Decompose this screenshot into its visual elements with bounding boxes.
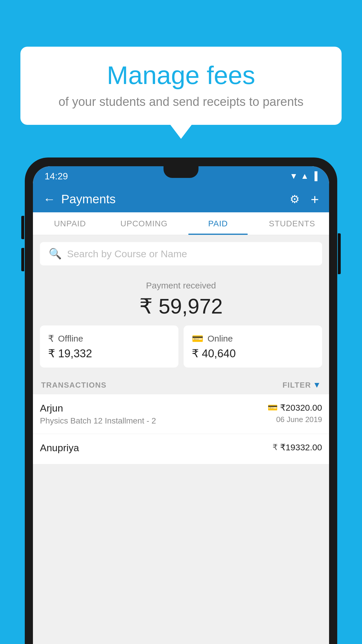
phone-screen: 14:29 ▼ ▲ ▐ ← Payments ⚙ + UNPAID UPCOMI… bbox=[33, 166, 329, 644]
main-title: Manage fees bbox=[38, 61, 324, 90]
transactions-list: Arjun Physics Batch 12 Installment - 2 💳… bbox=[33, 394, 329, 464]
online-payment-card: 💳 Online ₹ 40,640 bbox=[184, 326, 322, 368]
transaction-card-icon: 💳 bbox=[268, 403, 278, 412]
tab-unpaid[interactable]: UNPAID bbox=[33, 212, 107, 235]
offline-label: Offline bbox=[58, 334, 83, 344]
status-time: 14:29 bbox=[45, 171, 68, 182]
phone-side-button-vol-up bbox=[21, 216, 24, 239]
tab-paid[interactable]: PAID bbox=[181, 212, 255, 235]
transaction-amount: ₹19332.00 bbox=[280, 442, 322, 452]
filter-control[interactable]: FILTER ▼ bbox=[282, 380, 321, 390]
transactions-header: TRANSACTIONS FILTER ▼ bbox=[40, 374, 322, 394]
transaction-left-arjun: Arjun Physics Batch 12 Installment - 2 bbox=[40, 402, 156, 426]
transaction-right-anupriya: ₹ ₹19332.00 bbox=[273, 442, 322, 455]
table-row[interactable]: Anupriya ₹ ₹19332.00 bbox=[33, 434, 329, 464]
search-input[interactable]: Search by Course or Name bbox=[67, 248, 187, 260]
add-button[interactable]: + bbox=[311, 191, 319, 207]
tab-upcoming[interactable]: UPCOMING bbox=[107, 212, 181, 235]
transaction-right-arjun: 💳 ₹20320.00 06 June 2019 bbox=[268, 402, 322, 424]
transaction-name: Arjun bbox=[40, 402, 156, 414]
search-bar[interactable]: 🔍 Search by Course or Name bbox=[40, 242, 322, 265]
payment-received-label: Payment received bbox=[40, 281, 322, 290]
payment-cards-row: ₹ Offline ₹ 19,332 💳 Online ₹ 40,640 bbox=[40, 326, 322, 374]
wifi-icon: ▼ bbox=[290, 172, 298, 181]
phone-side-button-power bbox=[338, 233, 341, 274]
sub-title: of your students and send receipts to pa… bbox=[38, 95, 324, 109]
phone-notch bbox=[164, 166, 198, 178]
filter-icon: ▼ bbox=[313, 380, 321, 390]
transactions-label: TRANSACTIONS bbox=[41, 381, 107, 390]
filter-label: FILTER bbox=[282, 381, 311, 390]
transaction-name: Anupriya bbox=[40, 442, 79, 454]
content-area: 🔍 Search by Course or Name Payment recei… bbox=[33, 235, 329, 394]
speech-bubble: Manage fees of your students and send re… bbox=[20, 47, 342, 125]
speech-bubble-container: Manage fees of your students and send re… bbox=[20, 47, 342, 125]
tab-students[interactable]: STUDENTS bbox=[255, 212, 329, 235]
online-label: Online bbox=[208, 334, 233, 344]
page-title: Payments bbox=[61, 192, 284, 206]
offline-icon: ₹ bbox=[48, 333, 54, 344]
transaction-left-anupriya: Anupriya bbox=[40, 442, 79, 456]
battery-icon: ▐ bbox=[312, 172, 317, 181]
offline-amount: ₹ 19,332 bbox=[48, 347, 170, 360]
back-button[interactable]: ← bbox=[43, 192, 55, 206]
payment-received-section: Payment received ₹ 59,972 bbox=[40, 272, 322, 326]
transaction-card-icon-offline: ₹ bbox=[273, 442, 278, 452]
payment-received-amount: ₹ 59,972 bbox=[40, 294, 322, 318]
transaction-date: 06 June 2019 bbox=[268, 415, 322, 424]
transaction-amount: ₹20320.00 bbox=[280, 402, 322, 413]
transaction-detail: Physics Batch 12 Installment - 2 bbox=[40, 416, 156, 426]
signal-icon: ▲ bbox=[301, 172, 309, 181]
app-header: ← Payments ⚙ + bbox=[33, 186, 329, 212]
search-icon: 🔍 bbox=[49, 248, 62, 260]
online-icon: 💳 bbox=[192, 333, 203, 344]
tabs-bar: UNPAID UPCOMING PAID STUDENTS bbox=[33, 212, 329, 235]
settings-icon[interactable]: ⚙ bbox=[290, 193, 300, 206]
phone-side-button-vol-down bbox=[21, 248, 24, 271]
status-icons: ▼ ▲ ▐ bbox=[290, 172, 317, 181]
table-row[interactable]: Arjun Physics Batch 12 Installment - 2 💳… bbox=[33, 394, 329, 434]
phone-frame: 14:29 ▼ ▲ ▐ ← Payments ⚙ + UNPAID UPCOMI… bbox=[25, 158, 337, 644]
offline-payment-card: ₹ Offline ₹ 19,332 bbox=[40, 326, 178, 368]
online-amount: ₹ 40,640 bbox=[192, 347, 314, 360]
